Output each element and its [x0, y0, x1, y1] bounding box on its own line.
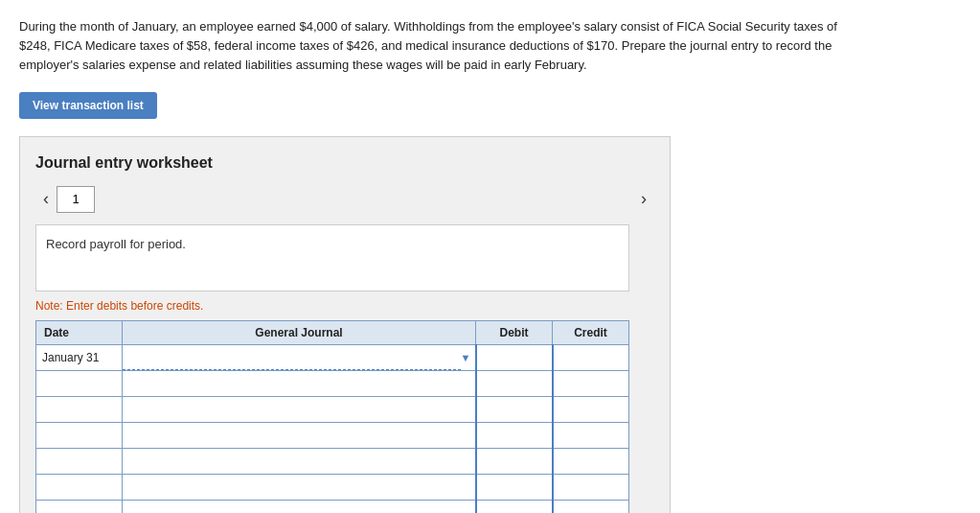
- journal-table: Date General Journal Debit Credit Januar…: [35, 320, 629, 513]
- table-row: [36, 475, 629, 501]
- table-row: [36, 371, 629, 397]
- debit-cell-2[interactable]: [476, 397, 553, 423]
- description-box: Record payroll for period.: [35, 224, 629, 291]
- worksheet-container: Journal entry worksheet ‹ › Record payro…: [19, 136, 671, 513]
- table-row: [36, 449, 629, 475]
- debit-input-0[interactable]: [477, 345, 552, 370]
- credit-cell-5[interactable]: [553, 475, 629, 501]
- table-row: January 31 ▼: [36, 345, 629, 371]
- debit-input-4[interactable]: [477, 449, 552, 474]
- note-text: Note: Enter debits before credits.: [35, 299, 654, 313]
- col-header-journal: General Journal: [123, 321, 476, 345]
- credit-cell-3[interactable]: [553, 423, 629, 449]
- credit-input-5[interactable]: [554, 475, 629, 500]
- next-arrow[interactable]: ›: [633, 185, 654, 213]
- date-cell-5: [36, 475, 123, 501]
- col-header-date: Date: [36, 321, 123, 345]
- credit-cell-0[interactable]: [553, 345, 629, 371]
- debit-cell-3[interactable]: [476, 423, 553, 449]
- debit-input-6[interactable]: [477, 501, 552, 513]
- debit-cell-6[interactable]: [476, 501, 553, 513]
- debit-cell-4[interactable]: [476, 449, 553, 475]
- nav-row: ‹ ›: [35, 185, 654, 213]
- debit-cell-5[interactable]: [476, 475, 553, 501]
- journal-input-0[interactable]: [123, 345, 461, 370]
- credit-input-2[interactable]: [554, 397, 629, 422]
- journal-input-2[interactable]: [123, 397, 475, 422]
- journal-cell-6[interactable]: [123, 501, 476, 513]
- table-row: [36, 397, 629, 423]
- journal-cell-5[interactable]: [123, 475, 476, 501]
- credit-input-6[interactable]: [554, 501, 629, 513]
- journal-cell-1[interactable]: [123, 371, 476, 397]
- credit-input-0[interactable]: [554, 345, 629, 370]
- journal-input-5[interactable]: [123, 475, 475, 500]
- date-cell-3: [36, 423, 123, 449]
- journal-cell-2[interactable]: [123, 397, 476, 423]
- worksheet-title: Journal entry worksheet: [35, 154, 654, 172]
- credit-cell-6[interactable]: [553, 501, 629, 513]
- journal-input-6[interactable]: [123, 501, 475, 513]
- date-cell-4: [36, 449, 123, 475]
- journal-input-3[interactable]: [123, 423, 475, 448]
- debit-input-2[interactable]: [477, 397, 552, 422]
- credit-input-4[interactable]: [554, 449, 629, 474]
- date-cell-2: [36, 397, 123, 423]
- date-cell-1: [36, 371, 123, 397]
- dropdown-arrow-0[interactable]: ▼: [461, 352, 475, 363]
- table-row: [36, 423, 629, 449]
- date-cell-0: January 31: [36, 345, 123, 371]
- debit-input-3[interactable]: [477, 423, 552, 448]
- problem-text: During the month of January, an employee…: [19, 17, 843, 75]
- table-row: [36, 501, 629, 513]
- col-header-credit: Credit: [553, 321, 629, 345]
- credit-input-3[interactable]: [554, 423, 629, 448]
- credit-cell-2[interactable]: [553, 397, 629, 423]
- credit-cell-1[interactable]: [553, 371, 629, 397]
- debit-cell-1[interactable]: [476, 371, 553, 397]
- debit-cell-0[interactable]: [476, 345, 553, 371]
- journal-input-1[interactable]: [123, 371, 475, 396]
- journal-cell-4[interactable]: [123, 449, 476, 475]
- debit-input-1[interactable]: [477, 371, 552, 396]
- journal-cell-0[interactable]: ▼: [123, 345, 476, 371]
- date-cell-6: [36, 501, 123, 513]
- prev-arrow[interactable]: ‹: [35, 185, 57, 213]
- journal-cell-3[interactable]: [123, 423, 476, 449]
- journal-input-4[interactable]: [123, 449, 475, 474]
- credit-input-1[interactable]: [554, 371, 629, 396]
- col-header-debit: Debit: [476, 321, 553, 345]
- page-number-input[interactable]: [57, 186, 95, 213]
- debit-input-5[interactable]: [477, 475, 552, 500]
- credit-cell-4[interactable]: [553, 449, 629, 475]
- view-transaction-list-button[interactable]: View transaction list: [19, 92, 157, 119]
